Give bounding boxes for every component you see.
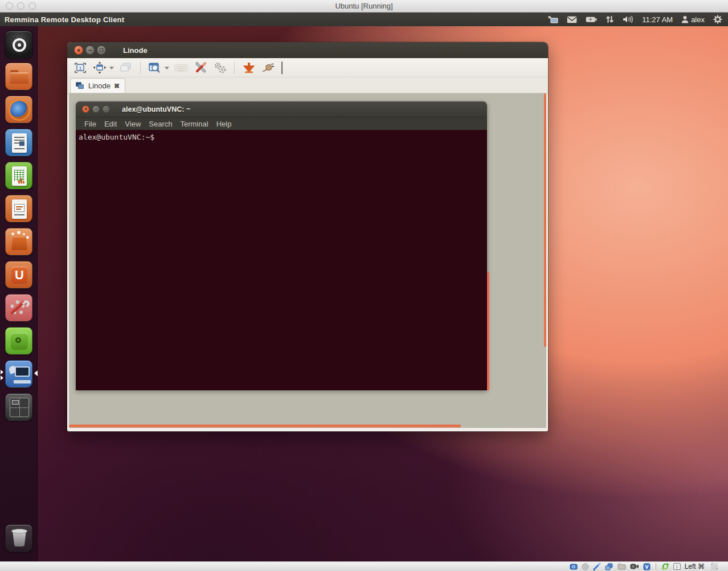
workspace-switcher-icon [6,394,32,420]
fit-window-dropdown-icon[interactable] [109,67,114,72]
resize-grip[interactable] [711,563,718,570]
toolbar-end-separator [281,62,283,74]
launcher-item-trash[interactable] [5,524,32,552]
launcher-item-ubuntu-software-center[interactable] [5,228,32,255]
vbox-features-icon[interactable] [643,563,651,570]
macos-close-button[interactable] [6,2,13,10]
terminal-menubar: File Edit View Search Terminal Help [76,117,487,130]
launcher-item-dash-home[interactable] [5,31,32,58]
scaled-mode-dropdown-icon[interactable] [165,67,169,72]
svg-text:1: 1 [79,66,82,71]
trash-icon [6,525,32,551]
viewport-horizontal-scrollbar[interactable] [69,425,461,427]
grab-keyboard-button[interactable] [173,60,190,76]
firefox-icon [6,96,32,123]
launcher-item-ubuntu-one[interactable]: U [5,261,32,288]
focused-indicator-arrow [31,370,38,376]
launcher-item-libreoffice-impress[interactable] [5,195,32,222]
battery-icon[interactable] [586,16,597,23]
messages-envelope-icon[interactable] [567,16,577,23]
terminal-content[interactable]: alex@ubuntuVNC:~$ [76,130,487,390]
switch-tab-pages-button[interactable] [117,60,134,76]
terminal-close-button[interactable]: × [82,105,89,113]
clock-indicator[interactable]: 11:27 AM [642,15,673,24]
remmina-window-title: Linode [123,46,148,55]
network-adapters-icon[interactable] [593,563,601,570]
remote-desktop-viewport[interactable]: × − ▢ alex@ubuntuVNC: ~ File Edit View S… [69,93,546,428]
software-center-icon [6,229,32,255]
host-key-label: Left ⌘ [685,562,705,570]
fullscreen-button[interactable]: 1 [72,60,89,76]
terminal-scrollbar[interactable] [487,272,489,390]
libreoffice-impress-icon [6,195,32,222]
menu-terminal[interactable]: Terminal [177,120,212,128]
terminal-maximize-button[interactable]: ▢ [103,105,110,113]
preferences-button[interactable] [192,60,209,76]
macos-minimize-button[interactable] [17,2,24,10]
launcher-item-libreoffice-calc[interactable] [5,162,32,189]
window-close-button[interactable]: × [74,46,83,55]
ubuntu-one-icon: U [6,262,32,288]
minimize-window-button[interactable] [240,60,257,76]
mouse-integration-icon[interactable] [661,562,669,570]
tools-button[interactable] [211,60,228,76]
toolbar-separator [234,62,235,74]
sound-volume-icon[interactable] [623,15,633,23]
menu-help[interactable]: Help [212,120,236,128]
launcher-item-remmina[interactable] [5,360,32,388]
display-icon[interactable] [630,563,639,570]
remmina-toolbar: 1 [67,58,548,78]
window-maximize-button[interactable]: ▢ [97,46,106,55]
tab-close-icon[interactable]: ✖ [114,82,120,90]
network-traffic-arrows-icon[interactable] [606,15,614,23]
shared-folders-icon[interactable] [617,563,626,570]
terminal-titlebar[interactable]: × − ▢ alex@ubuntuVNC: ~ [76,101,487,117]
scaled-mode-button[interactable] [146,60,163,76]
remmina-icon [6,361,32,387]
terminal-minimize-button[interactable]: − [92,105,100,113]
menu-view[interactable]: View [121,120,145,128]
terminal-title: alex@ubuntuVNC: ~ [122,105,190,113]
remmina-window: × − ▢ Linode 1 [67,42,548,431]
launcher-item-libreoffice-writer[interactable] [5,129,32,156]
indicator-area: 11:27 AM alex [547,15,728,24]
remmina-titlebar[interactable]: × − ▢ Linode [67,42,548,58]
launcher-item-firefox[interactable] [5,96,32,123]
virtualbox-statusbar: ↓ Left ⌘ [0,561,728,571]
dash-home-icon [6,31,32,58]
window-minimize-button[interactable]: − [85,46,95,55]
user-menu[interactable]: alex [681,15,705,24]
menu-search[interactable]: Search [145,120,176,128]
disconnect-button[interactable] [260,60,277,76]
launcher-item-ubuntu-software-green[interactable] [5,327,32,354]
username-label: alex [691,15,705,24]
libreoffice-writer-icon [6,129,32,156]
macos-window-controls[interactable] [6,2,36,10]
session-gear-icon[interactable] [713,15,722,24]
optical-drives-icon[interactable] [582,563,589,570]
remmina-applet-icon[interactable] [547,15,558,24]
remote-terminal-window[interactable]: × − ▢ alex@ubuntuVNC: ~ File Edit View S… [76,101,487,390]
macos-zoom-button[interactable] [28,2,36,10]
launcher-item-workspace-switcher[interactable] [5,393,32,421]
macos-titlebar: Ubuntu [Running] [0,0,728,13]
tab-linode[interactable]: Linode ✖ [70,78,125,93]
host-key-state-icon[interactable]: ↓ [673,563,681,570]
menu-file[interactable]: File [80,120,100,128]
usb-devices-icon[interactable] [605,563,614,570]
launcher-item-system-settings[interactable] [5,294,32,321]
hard-disks-icon[interactable] [570,563,578,570]
launcher-item-home-folder[interactable] [5,63,32,90]
ubuntu-top-panel: Remmina Remote Desktop Client 11:27 AM a… [0,13,728,26]
viewport-vertical-scrollbar[interactable] [544,93,546,347]
shell-prompt: alex@ubuntuVNC:~$ [79,133,154,141]
toolbar-separator [140,62,141,74]
home-folder-icon [6,63,32,89]
remmina-tabstrip: Linode ✖ [67,78,548,93]
ubuntu-software-green-icon [6,328,32,354]
menu-edit[interactable]: Edit [100,120,121,128]
system-settings-icon [6,295,32,321]
tab-label: Linode [88,81,111,90]
tab-connection-icon [76,82,85,89]
fit-window-button[interactable] [91,60,108,76]
